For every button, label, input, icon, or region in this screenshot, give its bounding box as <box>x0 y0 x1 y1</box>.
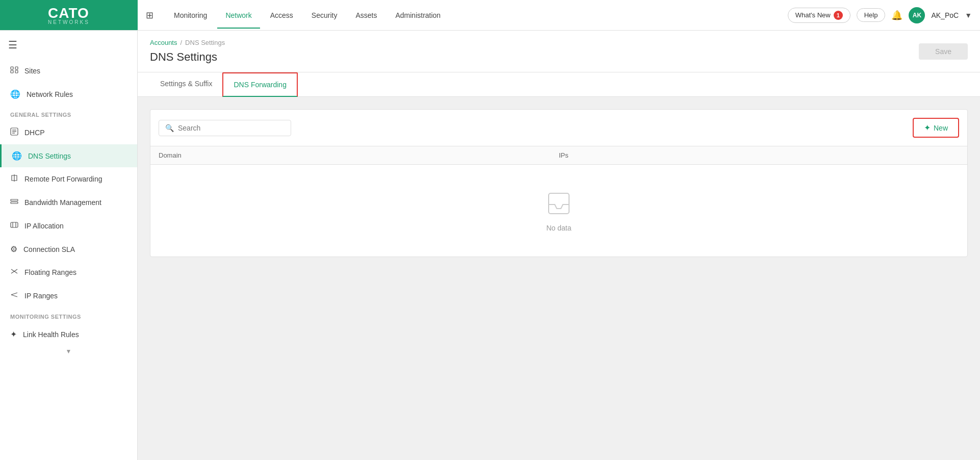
sidebar-item-connection-sla[interactable]: ⚙ Connection SLA <box>0 238 137 261</box>
sidebar: ☰ Sites 🌐 Network Rules GENERAL SETTINGS… <box>0 31 138 460</box>
sidebar-item-network-rules[interactable]: 🌐 Network Rules <box>0 83 137 106</box>
save-button[interactable]: Save <box>919 43 968 60</box>
table-toolbar: 🔍 ✦ New <box>150 110 967 146</box>
sidebar-network-rules-label: Network Rules <box>27 90 73 98</box>
main-layout: ☰ Sites 🌐 Network Rules GENERAL SETTINGS… <box>0 31 980 460</box>
bell-icon[interactable]: 🔔 <box>891 10 902 21</box>
content-header: Accounts / DNS Settings DNS Settings Sav… <box>138 31 980 72</box>
sidebar-item-link-health-rules[interactable]: ✦ Link Health Rules <box>0 323 137 346</box>
svg-rect-19 <box>549 193 569 214</box>
tabs-bar: Settings & Suffix DNS Forwarding <box>138 72 980 97</box>
tab-dns-forwarding[interactable]: DNS Forwarding <box>222 72 297 97</box>
svg-line-18 <box>11 295 17 297</box>
svg-rect-10 <box>11 199 18 201</box>
sidebar-sites-label: Sites <box>24 67 40 75</box>
header-left: Accounts / DNS Settings DNS Settings <box>150 39 225 64</box>
svg-line-17 <box>11 293 17 295</box>
svg-rect-0 <box>11 67 13 69</box>
sidebar-item-sites[interactable]: Sites <box>0 59 137 83</box>
nav-items: Monitoring Network Access Security Asset… <box>162 7 788 23</box>
grid-menu-icon[interactable]: ⊞ <box>138 10 162 21</box>
empty-icon <box>545 189 573 218</box>
sidebar-ip-alloc-label: IP Allocation <box>24 222 64 230</box>
new-button[interactable]: ✦ New <box>913 118 959 138</box>
sidebar-item-dhcp[interactable]: DHCP <box>0 121 137 144</box>
username-label: AK_PoC <box>931 11 959 19</box>
link-health-icon: ✦ <box>10 329 17 339</box>
avatar[interactable]: AK <box>909 7 925 23</box>
svg-rect-12 <box>11 222 18 227</box>
sites-icon <box>10 66 18 76</box>
column-domain: Domain <box>159 151 559 159</box>
sidebar-dns-label: DNS Settings <box>28 152 71 160</box>
logo-subtext: NETWORKS <box>48 19 90 25</box>
ip-alloc-icon <box>10 221 18 231</box>
svg-rect-11 <box>11 202 18 203</box>
sidebar-rpf-label: Remote Port Forwarding <box>24 175 102 183</box>
sidebar-item-ip-allocation[interactable]: IP Allocation <box>0 214 137 238</box>
user-dropdown-arrow[interactable]: ▼ <box>965 11 972 19</box>
sidebar-item-ip-ranges[interactable]: IP Ranges <box>0 284 137 308</box>
whats-new-button[interactable]: What's New 1 <box>788 8 850 23</box>
empty-state: No data <box>150 165 967 257</box>
top-nav: CATO NETWORKS ⊞ Monitoring Network Acces… <box>0 0 980 31</box>
content-area: Accounts / DNS Settings DNS Settings Sav… <box>138 31 980 460</box>
network-rules-icon: 🌐 <box>10 89 20 99</box>
dhcp-icon <box>10 127 18 138</box>
sidebar-item-bandwidth-management[interactable]: Bandwidth Management <box>0 191 137 214</box>
ip-range-icon <box>10 291 18 301</box>
page-title: DNS Settings <box>150 50 225 64</box>
table-header: Domain IPs <box>150 146 967 165</box>
port-forward-icon <box>10 174 18 184</box>
breadcrumb: Accounts / DNS Settings <box>150 39 225 46</box>
svg-rect-2 <box>11 70 13 73</box>
sidebar-item-remote-port-forwarding[interactable]: Remote Port Forwarding <box>0 167 137 191</box>
svg-rect-1 <box>15 67 18 69</box>
bandwidth-icon <box>10 197 18 208</box>
sla-icon: ⚙ <box>10 244 17 254</box>
sidebar-item-floating-ranges[interactable]: Floating Ranges <box>0 261 137 284</box>
sidebar-hamburger[interactable]: ☰ <box>0 31 137 59</box>
empty-text: No data <box>546 224 571 232</box>
whats-new-badge: 1 <box>834 11 843 20</box>
breadcrumb-current: DNS Settings <box>185 39 225 46</box>
dns-icon: 🌐 <box>12 151 22 161</box>
sidebar-dhcp-label: DHCP <box>24 129 45 137</box>
float-range-icon <box>10 267 18 277</box>
sidebar-link-health-label: Link Health Rules <box>23 330 79 339</box>
monitoring-settings-label: MONITORING SETTINGS <box>0 308 137 323</box>
logo-area: CATO NETWORKS <box>0 0 138 30</box>
table-section: 🔍 ✦ New Domain IPs No data <box>150 109 968 257</box>
nav-right: What's New 1 Help 🔔 AK AK_PoC ▼ <box>788 7 980 23</box>
sidebar-bw-label: Bandwidth Management <box>24 198 101 207</box>
sidebar-ip-ranges-label: IP Ranges <box>24 292 58 300</box>
column-ips: IPs <box>559 151 959 159</box>
nav-network[interactable]: Network <box>217 7 260 23</box>
search-icon: 🔍 <box>165 124 174 132</box>
whats-new-label: What's New <box>795 11 831 19</box>
sidebar-floating-label: Floating Ranges <box>24 268 76 276</box>
search-input[interactable] <box>178 124 285 132</box>
breadcrumb-parent[interactable]: Accounts <box>150 39 177 46</box>
scroll-indicator: ▼ <box>0 346 137 357</box>
svg-rect-3 <box>15 70 18 73</box>
general-settings-label: GENERAL SETTINGS <box>0 106 137 121</box>
tab-settings-suffix[interactable]: Settings & Suffix <box>150 72 222 97</box>
help-button[interactable]: Help <box>857 8 886 22</box>
sidebar-item-dns-settings[interactable]: 🌐 DNS Settings <box>0 144 137 167</box>
nav-security[interactable]: Security <box>303 7 346 23</box>
nav-access[interactable]: Access <box>262 7 301 23</box>
sidebar-sla-label: Connection SLA <box>23 245 75 253</box>
search-box[interactable]: 🔍 <box>159 120 291 136</box>
nav-monitoring[interactable]: Monitoring <box>166 7 215 23</box>
nav-administration[interactable]: Administration <box>387 7 449 23</box>
new-button-label: New <box>934 124 948 132</box>
new-button-icon: ✦ <box>924 123 931 133</box>
breadcrumb-separator: / <box>180 39 182 46</box>
nav-assets[interactable]: Assets <box>347 7 385 23</box>
